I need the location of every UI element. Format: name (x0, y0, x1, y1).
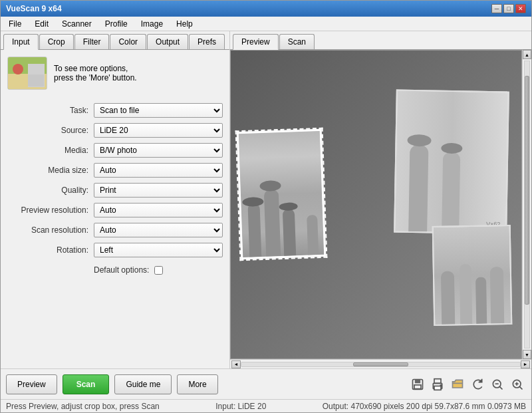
tab-color[interactable]: Color (110, 34, 146, 49)
menu-image[interactable]: Image (136, 18, 168, 30)
preview-res-row: Preview resolution: Auto (7, 203, 223, 217)
vscroll-thumb[interactable] (525, 76, 529, 305)
window-controls: ─ □ ✕ (491, 4, 526, 13)
scan-res-control: Auto (94, 223, 223, 237)
guide-me-button[interactable]: Guide me (114, 374, 172, 394)
app-window: VueScan 9 x64 ─ □ ✕ File Edit Scanner Pr… (0, 0, 532, 413)
menu-bar: File Edit Scanner Profile Image Help (1, 17, 531, 31)
svg-rect-1 (8, 74, 47, 90)
svg-rect-2 (28, 64, 45, 87)
menu-help[interactable]: Help (171, 18, 198, 30)
quality-control: Print (94, 183, 223, 198)
svg-point-11 (440, 384, 442, 386)
scroll-left-button[interactable]: ◄ (231, 360, 241, 368)
svg-rect-7 (414, 384, 421, 388)
quality-select[interactable]: Print (94, 183, 223, 198)
rotate-icon[interactable] (469, 376, 486, 393)
media-label: Media: (7, 146, 94, 155)
preview-area[interactable]: V×62 (230, 50, 522, 359)
svg-rect-4 (33, 78, 41, 85)
close-button[interactable]: ✕ (515, 4, 526, 13)
media-control: B/W photo (94, 143, 223, 158)
vertical-scrollbar[interactable]: ▲ ▼ (522, 50, 531, 359)
media-size-control: Auto (94, 163, 223, 178)
main-content: Input Crop Filter Color Output Prefs (1, 31, 531, 368)
tab-prefs[interactable]: Prefs (189, 34, 225, 49)
folder-icon[interactable] (449, 376, 466, 393)
preview-wrapper: V×62 ▲ (230, 50, 531, 359)
source-select[interactable]: LiDE 20 (94, 123, 223, 138)
status-middle: Input: LiDE 20 (215, 402, 266, 411)
rotation-row: Rotation: Left (7, 243, 223, 257)
scan-res-row: Scan resolution: Auto (7, 223, 223, 237)
default-options-checkbox[interactable] (154, 266, 163, 275)
task-control: Scan to file (94, 103, 223, 118)
maximize-button[interactable]: □ (503, 4, 514, 13)
photo-2: V×62 (394, 90, 509, 235)
save-icon[interactable] (409, 376, 426, 393)
preview-res-select[interactable]: Auto (94, 203, 223, 217)
menu-file[interactable]: File (3, 18, 27, 30)
default-options-row: Default options: (94, 263, 223, 275)
svg-point-3 (13, 64, 23, 74)
quality-label: Quality: (7, 186, 94, 195)
left-panel: Input Crop Filter Color Output Prefs (1, 31, 230, 368)
preview-button[interactable]: Preview (6, 374, 57, 394)
zoom-in-icon[interactable] (509, 376, 526, 393)
zoom-out-icon[interactable] (489, 376, 506, 393)
horizontal-scrollbar[interactable]: ◄ ► (230, 359, 531, 368)
menu-profile[interactable]: Profile (100, 18, 133, 30)
scan-res-label: Scan resolution: (7, 225, 94, 235)
source-label: Source: (7, 126, 94, 135)
tab-filter[interactable]: Filter (74, 34, 110, 49)
scroll-right-button[interactable]: ► (521, 360, 530, 368)
form-area: To see more options, press the 'More' bu… (1, 50, 229, 368)
tab-output[interactable]: Output (147, 34, 188, 49)
hscroll-thumb[interactable] (353, 362, 409, 366)
scan-button[interactable]: Scan (63, 374, 110, 394)
scroll-down-button[interactable]: ▼ (523, 350, 531, 359)
tab-preview[interactable]: Preview (233, 34, 279, 50)
tab-crop[interactable]: Crop (39, 34, 74, 49)
tab-scan[interactable]: Scan (279, 34, 315, 49)
title-bar: VueScan 9 x64 ─ □ ✕ (1, 1, 531, 17)
default-options-label: Default options: (94, 265, 154, 275)
input-tabs: Input Crop Filter Color Output Prefs (1, 31, 229, 50)
task-select[interactable]: Scan to file (94, 103, 223, 118)
vscroll-track[interactable] (524, 61, 530, 348)
menu-scanner[interactable]: Scanner (57, 18, 97, 30)
source-control: LiDE 20 (94, 123, 223, 138)
media-size-row: Media size: Auto (7, 163, 223, 178)
hscroll-track[interactable] (241, 362, 521, 367)
svg-rect-6 (415, 379, 420, 383)
media-row: Media: B/W photo (7, 143, 223, 158)
more-button[interactable]: More (177, 374, 217, 394)
status-right: Output: 470x690 pixels 200 dpi 59.7x87.6… (323, 402, 526, 411)
svg-line-13 (499, 386, 502, 389)
scroll-up-button[interactable]: ▲ (523, 50, 531, 59)
window-title: VueScan 9 x64 (6, 4, 62, 13)
hint-icon (7, 57, 47, 90)
rotation-select[interactable]: Left (94, 243, 223, 257)
minimize-button[interactable]: ─ (491, 4, 502, 13)
menu-edit[interactable]: Edit (29, 18, 54, 30)
source-row: Source: LiDE 20 (7, 123, 223, 138)
rotation-control: Left (94, 243, 223, 257)
svg-rect-10 (434, 386, 441, 390)
status-bar: Press Preview, adjust crop box, press Sc… (1, 399, 531, 412)
media-select[interactable]: B/W photo (94, 143, 223, 158)
quality-row: Quality: Print (7, 183, 223, 198)
hint-box: To see more options, press the 'More' bu… (7, 57, 223, 90)
media-size-select[interactable]: Auto (94, 163, 223, 178)
hint-text: To see more options, press the 'More' bu… (54, 64, 137, 82)
task-label: Task: (7, 106, 94, 115)
bottom-toolbar: Preview Scan Guide me More (1, 368, 531, 399)
preview-res-control: Auto (94, 203, 223, 217)
preview-res-label: Preview resolution: (7, 206, 94, 215)
photo-1 (237, 129, 327, 259)
scan-res-select[interactable]: Auto (94, 223, 223, 237)
print-icon[interactable] (429, 376, 446, 393)
status-left: Press Preview, adjust crop box, press Sc… (6, 402, 160, 411)
photo-3 (432, 225, 513, 326)
tab-input[interactable]: Input (3, 34, 39, 50)
